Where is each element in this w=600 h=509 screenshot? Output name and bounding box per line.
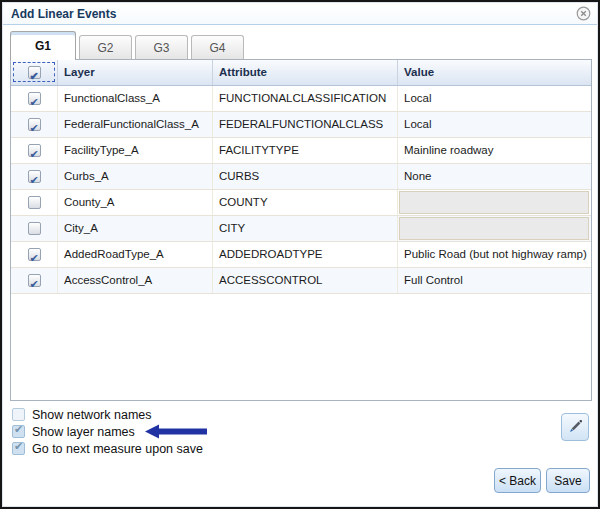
option-row: Show network names <box>12 406 209 423</box>
option-label-show-layer-names: Show layer names <box>32 425 135 439</box>
dialog-title: Add Linear Events <box>11 7 116 21</box>
row-checkbox-cell <box>11 138 58 163</box>
tab-g1[interactable]: G1 <box>10 31 76 60</box>
row-checkbox[interactable] <box>28 170 41 183</box>
pencil-icon <box>567 419 583 435</box>
cell-layer: AccessControl_A <box>58 268 213 293</box>
layers-grid: Layer Attribute Value FunctionalClass_AF… <box>10 59 592 401</box>
table-row[interactable]: Curbs_ACURBSNone <box>11 164 591 190</box>
grid-header-row: Layer Attribute Value <box>11 60 591 86</box>
table-row[interactable]: FederalFunctionalClass_AFEDERALFUNCTIONA… <box>11 112 591 138</box>
options-group: Show network namesShow layer names Go to… <box>12 406 209 457</box>
checkbox-show-layer-names[interactable] <box>12 425 25 438</box>
table-row[interactable]: AddedRoadType_AADDEDROADTYPEPublic Road … <box>11 242 591 268</box>
edit-button[interactable] <box>561 413 589 441</box>
row-checkbox[interactable] <box>28 92 41 105</box>
cell-attribute: ADDEDROADTYPE <box>213 242 398 267</box>
back-button[interactable]: < Back <box>494 468 541 493</box>
arrow-left-icon <box>145 424 209 439</box>
cell-value: None <box>398 164 591 189</box>
column-header-attribute[interactable]: Attribute <box>213 60 398 85</box>
cell-value: Local <box>398 112 591 137</box>
cell-layer: FacilityType_A <box>58 138 213 163</box>
tab-g2[interactable]: G2 <box>79 35 132 59</box>
option-row: Go to next measure upon save <box>12 440 209 457</box>
cell-value <box>398 190 591 215</box>
cell-layer: Curbs_A <box>58 164 213 189</box>
row-checkbox-cell <box>11 112 58 137</box>
table-row[interactable]: FunctionalClass_AFUNCTIONALCLASSIFICATIO… <box>11 86 591 112</box>
row-checkbox[interactable] <box>28 222 41 235</box>
tab-label: G4 <box>209 41 225 55</box>
row-checkbox[interactable] <box>28 274 41 287</box>
empty-value-editor <box>399 191 589 214</box>
cell-layer: City_A <box>58 216 213 241</box>
table-row[interactable]: County_ACOUNTY <box>11 190 591 216</box>
column-header-layer[interactable]: Layer <box>58 60 213 85</box>
row-checkbox-cell <box>11 242 58 267</box>
cell-value: Full Control <box>398 268 591 293</box>
cell-attribute: FACILITYTYPE <box>213 138 398 163</box>
grid-body: FunctionalClass_AFUNCTIONALCLASSIFICATIO… <box>11 86 591 294</box>
cell-value: Public Road (but not highway ramp) <box>398 242 591 267</box>
cell-attribute: FEDERALFUNCTIONALCLASS <box>213 112 398 137</box>
cell-attribute: COUNTY <box>213 190 398 215</box>
cell-layer: FederalFunctionalClass_A <box>58 112 213 137</box>
tab-label: G3 <box>153 41 169 55</box>
row-checkbox-cell <box>11 268 58 293</box>
cell-attribute: FUNCTIONALCLASSIFICATION <box>213 86 398 111</box>
tab-strip: G1G2G3G4 <box>10 31 244 59</box>
add-linear-events-dialog: Add Linear Events G1G2G3G4 Layer Attribu… <box>0 0 600 509</box>
cell-value <box>398 216 591 241</box>
row-checkbox[interactable] <box>28 196 41 209</box>
row-checkbox[interactable] <box>28 118 41 131</box>
cell-attribute: CITY <box>213 216 398 241</box>
table-row[interactable]: FacilityType_AFACILITYTYPEMainline roadw… <box>11 138 591 164</box>
table-row[interactable]: City_ACITY <box>11 216 591 242</box>
close-icon <box>576 6 591 21</box>
row-checkbox-cell <box>11 216 58 241</box>
option-label-go-to-next-measure-upon-save: Go to next measure upon save <box>32 442 203 456</box>
row-checkbox[interactable] <box>28 144 41 157</box>
tab-label: G1 <box>35 39 51 53</box>
cell-value: Local <box>398 86 591 111</box>
empty-value-editor <box>399 217 589 240</box>
cell-attribute: CURBS <box>213 164 398 189</box>
tab-label: G2 <box>97 41 113 55</box>
option-row: Show layer names <box>12 423 209 440</box>
table-row[interactable]: AccessControl_AACCESSCONTROLFull Control <box>11 268 591 294</box>
close-button[interactable] <box>576 6 591 21</box>
cell-layer: FunctionalClass_A <box>58 86 213 111</box>
checkbox-go-to-next-measure-upon-save[interactable] <box>12 442 25 455</box>
row-checkbox-cell <box>11 164 58 189</box>
tab-g4[interactable]: G4 <box>191 35 244 59</box>
dialog-titlebar: Add Linear Events <box>3 3 597 25</box>
tab-g3[interactable]: G3 <box>135 35 188 59</box>
cell-value: Mainline roadway <box>398 138 591 163</box>
column-header-value[interactable]: Value <box>398 60 591 85</box>
row-checkbox-cell <box>11 190 58 215</box>
option-label-show-network-names: Show network names <box>32 408 152 422</box>
row-checkbox-cell <box>11 86 58 111</box>
select-all-checkbox[interactable] <box>28 66 41 79</box>
cell-attribute: ACCESSCONTROL <box>213 268 398 293</box>
save-button[interactable]: Save <box>546 468 590 493</box>
checkbox-show-network-names[interactable] <box>12 408 25 421</box>
select-all-header-cell <box>11 60 58 85</box>
row-checkbox[interactable] <box>28 248 41 261</box>
cell-layer: AddedRoadType_A <box>58 242 213 267</box>
cell-layer: County_A <box>58 190 213 215</box>
